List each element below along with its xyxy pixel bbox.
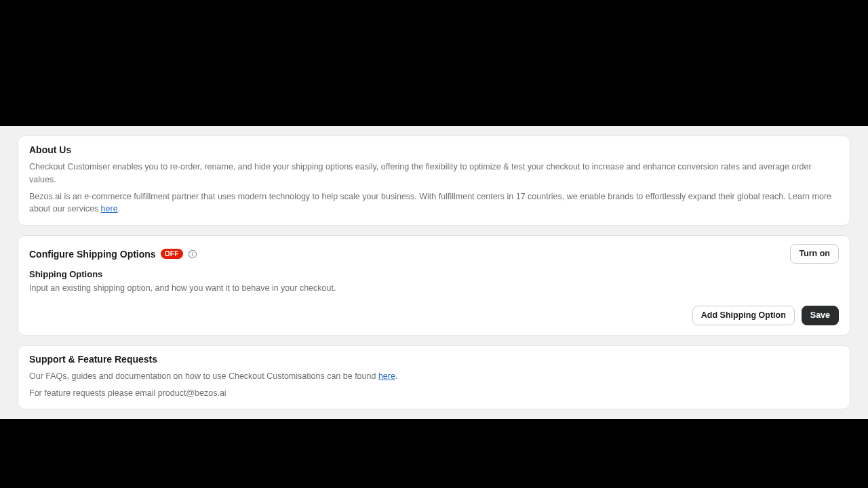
content-area: About Us Checkout Customiser enables you… xyxy=(0,126,868,419)
configure-actions: Add Shipping Option Save xyxy=(29,306,839,325)
support-title: Support & Feature Requests xyxy=(29,354,839,365)
save-button[interactable]: Save xyxy=(802,306,839,325)
letterbox-top xyxy=(0,0,868,126)
support-paragraph-1: Our FAQs, guides and documentation on ho… xyxy=(29,370,839,383)
status-badge: OFF xyxy=(161,249,183,259)
letterbox-bottom xyxy=(0,419,868,488)
info-icon[interactable] xyxy=(188,249,197,259)
configure-title: Configure Shipping Options xyxy=(29,249,156,260)
configure-header-left: Configure Shipping Options OFF xyxy=(29,249,197,260)
about-us-paragraph-2: Bezos.ai is an e-commerce fulfillment pa… xyxy=(29,190,839,216)
svg-point-2 xyxy=(192,251,193,252)
configure-header: Configure Shipping Options OFF Turn on xyxy=(29,244,839,264)
about-us-title: About Us xyxy=(29,144,839,155)
shipping-options-description: Input an existing shipping option, and h… xyxy=(29,282,839,295)
support-paragraph-1-text: Our FAQs, guides and documentation on ho… xyxy=(29,371,378,381)
turn-on-button[interactable]: Turn on xyxy=(790,244,839,264)
about-us-link[interactable]: here xyxy=(101,204,118,214)
about-us-paragraph-2-tail: . xyxy=(118,204,120,214)
support-card: Support & Feature Requests Our FAQs, gui… xyxy=(18,345,850,410)
support-paragraph-1-tail: . xyxy=(395,371,397,381)
add-shipping-option-button[interactable]: Add Shipping Option xyxy=(692,306,795,325)
shipping-options-subtitle: Shipping Options xyxy=(29,269,839,279)
about-us-paragraph-2-text: Bezos.ai is an e-commerce fulfillment pa… xyxy=(29,192,831,214)
configure-shipping-card: Configure Shipping Options OFF Turn on S… xyxy=(18,235,850,336)
about-us-card: About Us Checkout Customiser enables you… xyxy=(18,136,850,226)
about-us-paragraph-1: Checkout Customiser enables you to re-or… xyxy=(29,161,839,186)
support-paragraph-2: For feature requests please email produc… xyxy=(29,387,839,400)
support-docs-link[interactable]: here xyxy=(378,371,395,381)
